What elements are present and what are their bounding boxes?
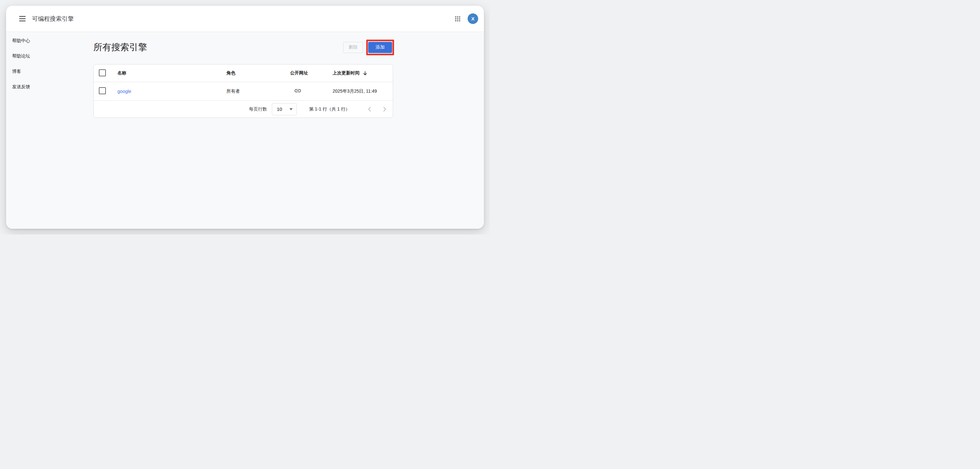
sidebar-item-help-center[interactable]: 帮助中心 <box>6 33 93 49</box>
table-row: google 所有者 2025年3月25日, 11:49 <box>94 82 393 101</box>
apps-grid-icon[interactable] <box>455 16 460 21</box>
engine-link[interactable]: google <box>118 89 132 94</box>
chevron-down-icon <box>290 108 293 110</box>
page-title: 所有搜索引擎 <box>93 41 147 53</box>
table-header-row: 名称 角色 公开网址 上次更新时间 <box>94 65 393 82</box>
heading-row: 所有搜索引擎 删除 添加 <box>93 38 394 56</box>
column-header-public-url: 公开网址 <box>290 70 332 76</box>
avatar[interactable]: X <box>468 13 478 24</box>
add-button[interactable]: 添加 <box>368 42 392 53</box>
content-area: 帮助中心 帮助论坛 博客 发送反馈 所有搜索引擎 删除 添加 <box>6 32 484 228</box>
link-icon[interactable] <box>294 87 302 95</box>
header-right: X <box>455 13 478 24</box>
column-header-role: 角色 <box>226 70 290 76</box>
row-last-updated-cell: 2025年3月25日, 11:49 <box>332 89 385 94</box>
row-name-cell: google <box>118 89 226 94</box>
menu-icon[interactable] <box>19 16 25 21</box>
column-header-last-updated[interactable]: 上次更新时间 <box>332 70 385 76</box>
sort-desc-arrow-icon[interactable] <box>363 71 368 76</box>
header-left: 可编程搜索引擎 <box>19 15 74 23</box>
rows-per-page-select[interactable]: 10 <box>272 103 297 115</box>
pagination-range: 第 1-1 行（共 1 行） <box>309 106 350 112</box>
row-role-cell: 所有者 <box>226 89 290 94</box>
chevron-right-icon[interactable] <box>379 104 390 114</box>
app-window: 可编程搜索引擎 X 帮助中心 帮助论坛 博客 发送反馈 所有搜索引擎 删除 添加 <box>6 6 484 229</box>
main-panel: 所有搜索引擎 删除 添加 名称 角色 公开网址 上 <box>93 32 394 228</box>
highlight-annotation: 添加 <box>366 40 394 55</box>
delete-button[interactable]: 删除 <box>343 42 363 53</box>
column-header-name: 名称 <box>118 70 226 76</box>
sidebar: 帮助中心 帮助论坛 博客 发送反馈 <box>6 32 93 228</box>
select-all-checkbox[interactable] <box>99 69 106 76</box>
sidebar-item-blog[interactable]: 博客 <box>6 64 93 79</box>
sidebar-item-help-forum[interactable]: 帮助论坛 <box>6 49 93 64</box>
search-engines-table: 名称 角色 公开网址 上次更新时间 <box>93 64 393 118</box>
row-checkbox[interactable] <box>99 87 106 94</box>
header-checkbox-cell <box>99 69 118 77</box>
table-pagination: 每页行数 10 第 1-1 行（共 1 行） <box>94 101 393 117</box>
chevron-left-icon[interactable] <box>364 104 375 114</box>
row-checkbox-cell <box>99 87 118 95</box>
toolbar: 删除 添加 <box>343 40 394 55</box>
rows-per-page-label: 每页行数 <box>249 106 267 112</box>
row-public-url-cell <box>290 87 332 95</box>
rows-per-page-value: 10 <box>277 106 282 112</box>
sidebar-item-send-feedback[interactable]: 发送反馈 <box>6 79 93 95</box>
app-title: 可编程搜索引擎 <box>32 15 74 23</box>
app-header: 可编程搜索引擎 X <box>6 6 484 32</box>
